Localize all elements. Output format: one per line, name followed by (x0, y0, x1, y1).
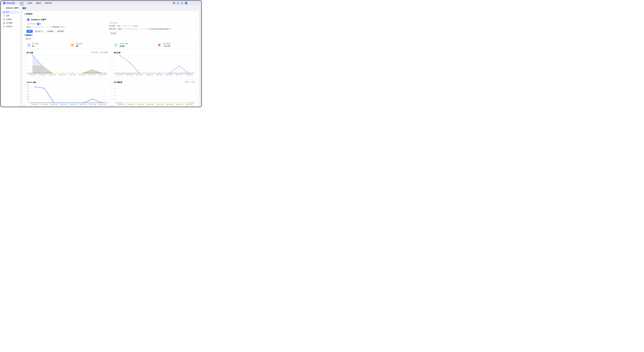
svg-text:2024-10-04: 2024-10-04 (166, 104, 173, 105)
sidebar-item-chat-logs[interactable]: 对话日志 (2, 25, 19, 28)
chevron-down-icon (32, 38, 33, 40)
thumb-down-count: 0 (168, 45, 170, 48)
maxkb-robot-icon (3, 2, 6, 4)
embed-third-party-button[interactable]: 嵌入第三方 (34, 30, 44, 33)
svg-text:1.0k: 1.0k (26, 99, 29, 101)
api-doc-label: API 文档： (109, 25, 116, 27)
chart-title: 用户满意度 (114, 81, 122, 84)
back-arrow-icon[interactable]: ← (2, 7, 4, 9)
public-url-redacted (32, 26, 51, 28)
legend-item[interactable]: 用户总数 (92, 52, 98, 53)
sidebar: ← DataEase 小助手 ▼ (1, 5, 20, 106)
section-accent-bar (24, 34, 25, 36)
svg-text:2024-09-30: 2024-09-30 (126, 74, 133, 76)
app-hexagon-icon (26, 18, 30, 21)
legend-item[interactable]: 赞同 (185, 81, 189, 83)
docs-icon[interactable] (177, 2, 179, 4)
legend-item[interactable]: 用户新增数 (100, 52, 108, 53)
svg-text:2024-09-29: 2024-09-29 (116, 74, 124, 76)
monitor-title: 监控统计 (26, 34, 32, 36)
gear-icon (3, 15, 5, 17)
grid-icon (3, 11, 5, 13)
user-menu-caret-icon[interactable]: ▼ (198, 2, 199, 4)
sidebar-item-hit-test[interactable]: 命中测试 (2, 22, 19, 24)
charts-row-1: 用户总数 用户总数用户新增数 0123452024-09-292024-09-3… (24, 50, 197, 78)
github-icon[interactable] (173, 2, 175, 4)
svg-text:2024-10-01: 2024-10-01 (49, 74, 56, 76)
sidebar-item-label: 命中测试 (6, 22, 12, 24)
nav-tabs: 应用 知识库 函数库 系统管理 (20, 1, 52, 5)
stat-value: 8 (32, 45, 34, 48)
sidebar-item-app-access[interactable]: 应用接入 (2, 18, 19, 21)
legend-item[interactable]: 反对 (190, 81, 195, 83)
help-icon[interactable]: ? (181, 2, 183, 4)
stat-label: 用户满意度 (163, 43, 171, 45)
svg-text:2024-09-29: 2024-09-29 (31, 104, 38, 105)
refresh-icon[interactable] (63, 26, 65, 28)
doc-icon (3, 26, 5, 28)
stat-card-questions: 提问次数 10 (68, 42, 110, 48)
public-link-toggle[interactable]: 开 (37, 23, 41, 25)
sidebar-item-settings[interactable]: 设置 (2, 14, 19, 18)
stat-label: Tokens 总数 (120, 43, 128, 45)
stat-label: 提问次数 (76, 43, 82, 45)
access-restriction-button[interactable]: 访问限制 (46, 30, 55, 33)
chart-legend: 用户总数用户新增数 (92, 52, 108, 53)
avatar[interactable] (185, 2, 188, 4)
svg-text:2024-10-03: 2024-10-03 (69, 74, 76, 76)
time-range-select[interactable]: 过去7天 (24, 37, 34, 40)
nav-tab-system[interactable]: 系统管理 (45, 1, 52, 5)
screenshot-frame: MaxKB 应用 知识库 函数库 系统管理 ? (0, 0, 202, 107)
nav-tab-apps[interactable]: 应用 (20, 1, 24, 5)
chart-card-satisfaction: 用户满意度 赞同反对 00.20.40.60.812024-09-292024-… (112, 80, 197, 106)
svg-text:5: 5 (26, 55, 27, 56)
legend-dot (92, 52, 92, 53)
overview-panel: 应用信息 DataEase 小助手 (22, 11, 199, 106)
svg-text:4: 4 (113, 58, 114, 60)
sidebar-app-name[interactable]: DataEase 小助手 (6, 7, 18, 9)
app-info-title: 应用信息 (26, 13, 32, 15)
legend-dot (190, 82, 192, 82)
user-name-redacted[interactable] (189, 2, 196, 4)
navbar-right: ? ▼ (173, 1, 199, 5)
sidebar-item-label: 对话日志 (6, 26, 12, 28)
svg-text:4.0k: 4.0k (26, 90, 29, 92)
svg-text:2024-10-04: 2024-10-04 (80, 104, 86, 105)
nav-tab-knowledge[interactable]: 知识库 (27, 1, 32, 5)
public-url-suffix: 7163381fa2 (52, 26, 60, 28)
svg-text:2024-10-01: 2024-10-01 (137, 104, 144, 105)
svg-text:2024-10-03: 2024-10-03 (156, 104, 164, 105)
svg-text:2024-10-03: 2024-10-03 (156, 74, 163, 76)
api-doc-link[interactable]: https c/chat/ (117, 25, 138, 27)
display-settings-button[interactable]: 显示设置 (56, 30, 65, 33)
app-switch-caret-icon[interactable]: ▼ (19, 8, 20, 9)
sidebar-item-label: 应用接入 (6, 18, 12, 20)
svg-text:1: 1 (115, 84, 116, 86)
sidebar-item-label: 设置 (6, 15, 9, 17)
svg-text:5.0k: 5.0k (26, 87, 29, 89)
svg-text:3: 3 (26, 62, 27, 63)
maxkb-logo[interactable]: MaxKB (3, 1, 15, 5)
stats-row: 用户总数 8 +5 提问次数 10 (24, 42, 197, 48)
chart-title: Tokens 总数 (26, 81, 36, 84)
svg-text:2024-09-30: 2024-09-30 (41, 104, 48, 105)
api-key-button[interactable]: API Key (109, 32, 118, 35)
svg-text:2024-10-05: 2024-10-05 (89, 104, 96, 105)
legend-dot (185, 82, 186, 82)
copy-icon[interactable] (169, 28, 171, 30)
nav-tab-functions[interactable]: 函数库 (36, 1, 41, 5)
api-credentials-label: API访问凭据 (109, 22, 118, 24)
demo-button[interactable]: 演示 (26, 30, 33, 33)
svg-text:2024-10-05: 2024-10-05 (89, 74, 96, 76)
tokens-line-chart: 01.0k2.0k3.0k4.0k5.0k6.0k2024-09-292024-… (25, 84, 109, 106)
svg-text:2024-10-05: 2024-10-05 (176, 104, 183, 105)
svg-text:2024-10-02: 2024-10-02 (59, 74, 66, 76)
svg-text:2024-09-30: 2024-09-30 (39, 74, 46, 76)
cube-icon (3, 18, 5, 20)
sidebar-item-overview[interactable]: 概览 (2, 10, 19, 14)
copy-icon[interactable] (61, 26, 62, 28)
svg-text:2024-10-02: 2024-10-02 (147, 104, 154, 105)
svg-text:2024-09-29: 2024-09-29 (29, 74, 36, 76)
svg-text:3: 3 (113, 62, 114, 63)
svg-text:0: 0 (113, 72, 114, 74)
